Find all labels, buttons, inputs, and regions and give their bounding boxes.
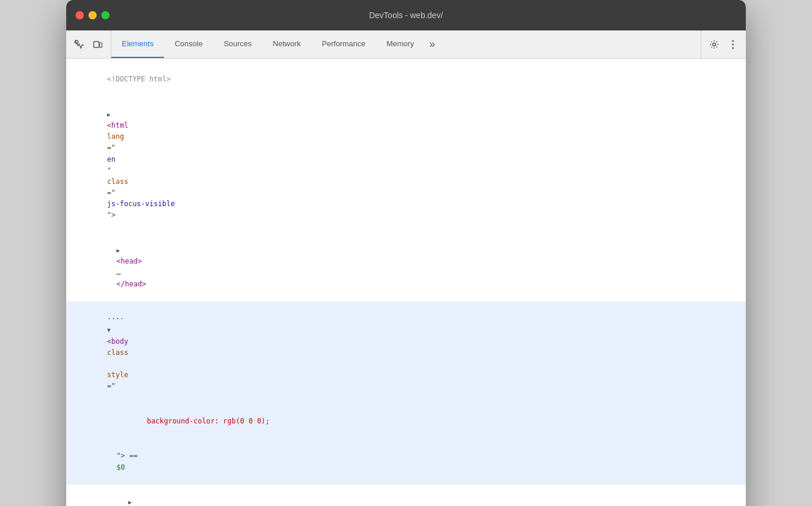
- toolbar-right: [701, 30, 746, 58]
- dom-html-line[interactable]: ▶ <html lang =" en " class =" js-focus-v…: [66, 97, 746, 233]
- expand-arrow-snackbar[interactable]: ▶: [128, 499, 132, 505]
- tabs: Elements Console Sources Network Perform…: [111, 30, 701, 58]
- dom-tree: <!DOCTYPE html> ▶ <html lang =" en " cla…: [66, 59, 746, 506]
- dom-body-close-line: "> == $0: [66, 439, 746, 485]
- toolbar: Elements Console Sources Network Perform…: [66, 30, 746, 59]
- traffic-lights: [76, 11, 110, 19]
- tab-console[interactable]: Console: [164, 30, 213, 58]
- settings-button[interactable]: [706, 36, 722, 53]
- inspect-element-button[interactable]: [71, 36, 87, 53]
- dom-doctype-line: <!DOCTYPE html>: [66, 62, 746, 97]
- expand-arrow-body[interactable]: ▼: [107, 327, 111, 333]
- tab-memory[interactable]: Memory: [376, 30, 425, 58]
- dom-bgcolor-line: background-color: rgb(0 0 0);: [66, 404, 746, 439]
- dom-snackbar-line[interactable]: ▶ <web-snackbar-container> … </web-snack…: [66, 485, 746, 506]
- close-button[interactable]: [76, 11, 84, 19]
- titlebar: DevTools - web.dev/: [66, 0, 746, 30]
- tabs-overflow-button[interactable]: »: [425, 30, 440, 58]
- window-title: DevTools - web.dev/: [369, 11, 443, 20]
- minimize-button[interactable]: [88, 11, 97, 19]
- tab-sources[interactable]: Sources: [213, 30, 262, 58]
- device-toolbar-button[interactable]: [90, 36, 106, 53]
- tab-network[interactable]: Network: [262, 30, 312, 58]
- devtools-window: DevTools - web.dev/ Elements C: [66, 0, 746, 506]
- svg-rect-2: [100, 43, 102, 47]
- tab-performance[interactable]: Performance: [311, 30, 376, 58]
- tab-elements[interactable]: Elements: [111, 30, 164, 58]
- svg-point-3: [713, 43, 716, 46]
- more-options-button[interactable]: [725, 36, 741, 53]
- expand-arrow[interactable]: ▶: [107, 111, 111, 118]
- dom-head-line[interactable]: ▶ <head> … </head>: [66, 233, 746, 302]
- maximize-button[interactable]: [101, 11, 110, 19]
- dom-body-selected-line[interactable]: ···· ▼ <body class style =": [66, 302, 746, 404]
- svg-point-5: [732, 43, 734, 45]
- svg-point-4: [732, 40, 734, 42]
- main-content: <!DOCTYPE html> ▶ <html lang =" en " cla…: [66, 59, 746, 506]
- expand-arrow-head[interactable]: ▶: [117, 247, 120, 254]
- svg-point-6: [732, 47, 734, 49]
- svg-rect-1: [94, 42, 99, 47]
- toolbar-icons: [66, 30, 111, 58]
